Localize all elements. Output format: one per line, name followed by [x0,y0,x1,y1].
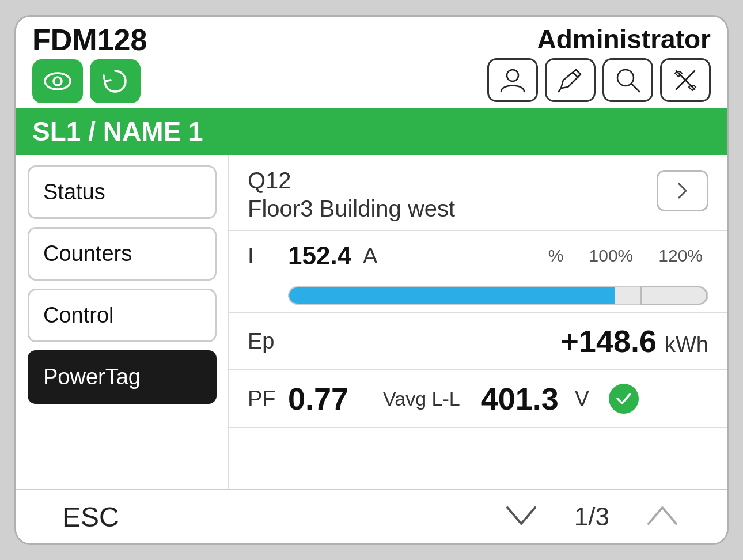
device-code: Q12 [248,168,455,194]
sidebar-item-powertag[interactable]: PowerTag [28,350,217,404]
eye-icon [41,65,74,97]
edit-icon [555,65,585,95]
header-right: Administrator [487,26,711,102]
status-check-icon [609,384,639,414]
vavg-unit: V [575,387,589,411]
chevron-down-icon [503,501,540,531]
header-left: FDM128 [32,25,147,103]
header-icons-right [487,58,711,102]
app-title: FDM128 [32,25,147,55]
page-indicator: 1/3 [574,502,609,531]
sidebar-item-control[interactable]: Control [28,289,217,342]
user-icon-button[interactable] [487,58,538,102]
svg-line-7 [631,84,639,92]
current-progress-bar [288,286,708,305]
edit-icon-button[interactable] [545,58,596,102]
header: FDM128 [16,17,727,108]
current-metric-row: I 152.4 A % 100% 120% [229,231,727,313]
svg-point-3 [507,70,518,81]
checkmark-icon [615,389,633,408]
vavg-value: 401.3 [481,381,559,417]
header-icons-left [32,59,147,103]
pf-value: 0.77 [288,381,348,417]
bar-100-label: 100% [589,246,634,266]
refresh-icon [99,65,131,97]
vavg-label: Vavg L-L [383,388,460,410]
green-banner: SL1 / NAME 1 [16,108,727,155]
search-icon [613,65,643,95]
banner-text: SL1 / NAME 1 [32,116,203,146]
footer: ESC 1/3 [16,489,727,543]
nav-up-button[interactable] [644,501,681,533]
footer-nav: 1/3 [503,501,681,533]
current-progress-fill [289,287,615,304]
eye-icon-button[interactable] [32,59,83,103]
current-value: 152.4 [288,241,351,270]
tools-icon [670,65,700,95]
content-panel: Q12 Floor3 Building west I 152.4 A % [229,155,727,489]
energy-unit: kWh [665,332,708,357]
main-content: Status Counters Control PowerTag Q12 Flo… [16,155,727,489]
sidebar: Status Counters Control PowerTag [16,155,229,489]
bar-120-label: 120% [658,246,703,266]
device-info: Q12 Floor3 Building west [248,168,455,222]
device-container: FDM128 [14,15,729,545]
bar-segment-end [640,286,707,305]
svg-point-0 [45,73,70,89]
energy-metric-row: Ep +148.6 kWh [229,313,727,370]
tools-icon-button[interactable] [660,58,711,102]
pct-symbol: % [548,246,564,266]
refresh-icon-button[interactable] [90,59,141,103]
device-location: Floor3 Building west [248,196,455,222]
pf-label: PF [248,387,276,411]
nav-down-button[interactable] [503,501,540,533]
user-icon [498,65,528,95]
svg-point-1 [54,77,62,85]
chevron-up-icon [644,501,681,531]
device-header-row: Q12 Floor3 Building west [229,155,727,231]
admin-title: Administrator [537,26,711,52]
nav-next-button[interactable] [657,170,708,211]
search-icon-button[interactable] [602,58,653,102]
sidebar-item-status[interactable]: Status [28,165,217,219]
svg-line-4 [573,72,578,78]
chevron-right-icon [672,180,693,201]
current-label: I [248,244,276,268]
pf-metric-row: PF 0.77 Vavg L-L 401.3 V [229,370,727,428]
svg-line-5 [559,88,561,92]
energy-value: +148.6 [560,323,657,359]
energy-label: Ep [248,329,276,354]
sidebar-item-counters[interactable]: Counters [28,227,217,281]
current-unit: A [363,244,377,268]
esc-button[interactable]: ESC [62,501,119,533]
